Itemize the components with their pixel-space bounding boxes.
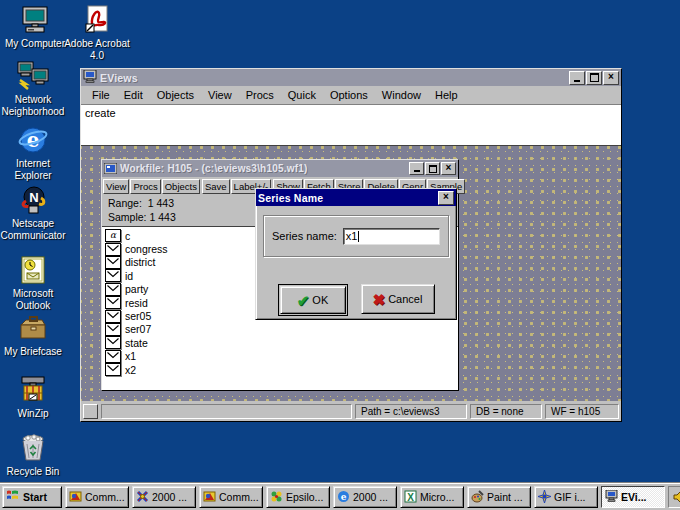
workfile-maximize-button[interactable] — [425, 162, 440, 175]
status-db: DB = none — [470, 404, 542, 419]
menu-objects[interactable]: Objects — [150, 88, 201, 102]
volume-icon[interactable] — [673, 490, 680, 504]
dialog-titlebar[interactable]: Series Name × — [256, 189, 456, 206]
toolbar-view-button[interactable]: View — [103, 179, 129, 194]
svg-text:N: N — [29, 190, 38, 205]
series-name-value: x1 — [346, 230, 358, 242]
series-icon — [105, 336, 121, 349]
menu-file[interactable]: File — [85, 88, 117, 102]
recycle-bin-icon — [17, 432, 49, 464]
ok-button-ring: ✔ OK — [278, 284, 348, 316]
maximize-button[interactable] — [586, 71, 602, 85]
taskbar-button-comm-1[interactable]: Comm... — [65, 486, 129, 508]
list-item[interactable]: x1 — [105, 350, 458, 363]
taskbar-button-label: EVi... — [621, 491, 647, 503]
toolbar-objects-button[interactable]: Objects — [162, 179, 200, 194]
series-icon — [105, 323, 121, 336]
menu-window[interactable]: Window — [375, 88, 428, 102]
command-window[interactable]: create — [81, 105, 621, 146]
close-button[interactable]: × — [603, 71, 619, 85]
sample-value: 1 443 — [149, 211, 175, 223]
minimize-button[interactable] — [569, 71, 585, 85]
cancel-button[interactable]: ✖ Cancel — [361, 284, 435, 314]
menu-view[interactable]: View — [201, 88, 239, 102]
start-button[interactable]: Start — [2, 486, 62, 508]
excel-app-icon: X — [404, 490, 417, 505]
windows-logo-icon — [6, 490, 20, 505]
desktop-icon-my-briefcase[interactable]: My Briefcase — [0, 312, 66, 358]
desktop-icon-label: My Briefcase — [4, 346, 62, 358]
series-icon — [105, 350, 121, 363]
series-icon — [105, 256, 121, 269]
ok-check-icon: ✔ — [297, 293, 310, 308]
object-name: resid — [125, 297, 148, 309]
status-grip-button[interactable] — [83, 404, 98, 419]
desktop-icon-label: Network Neighborhood — [0, 94, 66, 117]
menu-options[interactable]: Options — [323, 88, 375, 102]
toolbar-procs-button[interactable]: Procs — [130, 179, 160, 194]
desktop-icon-network-neighborhood[interactable]: Network Neighborhood — [0, 60, 66, 117]
ok-button[interactable]: ✔ OK — [280, 286, 346, 314]
series-icon — [105, 296, 121, 309]
taskbar-button-2000-2[interactable]: e 2000 ... — [333, 486, 397, 508]
taskbar-button-label: Paint ... — [487, 491, 523, 503]
coef-alpha-icon: α — [105, 229, 121, 242]
ie-app-icon: e — [337, 490, 350, 505]
taskbar-button-label: 2000 ... — [353, 491, 388, 503]
system-tray: 4:43 PM — [668, 486, 680, 508]
desktop-icon-internet-explorer[interactable]: e Internet Explorer — [0, 124, 66, 181]
desktop-icon-my-computer[interactable]: My Computer — [2, 4, 68, 50]
dialog-buttons: ✔ OK ✖ Cancel — [256, 284, 456, 316]
cancel-x-icon: ✖ — [373, 292, 386, 307]
object-name: party — [125, 283, 148, 295]
toolbar-save-button[interactable]: Save — [202, 179, 230, 194]
desktop-icon-recycle-bin[interactable]: Recycle Bin — [0, 432, 66, 478]
taskbar-button-gif[interactable]: GIF i... — [534, 486, 598, 508]
list-item[interactable]: state — [105, 336, 458, 349]
desktop-icon-adobe-acrobat[interactable]: Adobe Acrobat 4.0 — [64, 4, 130, 61]
taskbar-button-micro[interactable]: X Micro... — [400, 486, 464, 508]
workfile-minimize-button[interactable] — [409, 162, 424, 175]
microsoft-outlook-icon — [17, 254, 49, 286]
object-name: congress — [125, 243, 168, 255]
cancel-button-label: Cancel — [388, 293, 422, 305]
winzip-icon — [17, 374, 49, 406]
desktop-icon-netscape-communicator[interactable]: N Netscape Communicator — [0, 184, 66, 241]
object-name: state — [125, 337, 148, 349]
desktop-icon-microsoft-outlook[interactable]: Microsoft Outlook — [0, 254, 66, 311]
text-caret — [358, 231, 359, 242]
series-name-label: Series name: — [272, 230, 337, 242]
taskbar-button-paint[interactable]: Paint ... — [467, 486, 531, 508]
series-icon — [105, 269, 121, 282]
taskbar-button-eviews[interactable]: EVi... — [601, 486, 665, 508]
desktop-icon-winzip[interactable]: WinZip — [0, 374, 66, 420]
list-item[interactable]: x2 — [105, 363, 458, 376]
dialog-close-button[interactable]: × — [438, 191, 454, 205]
start-label: Start — [23, 491, 47, 503]
series-icon — [105, 243, 121, 256]
taskbar-button-2000-1[interactable]: 2000 ... — [132, 486, 196, 508]
my-briefcase-icon — [17, 312, 49, 344]
netscape-communicator-icon: N — [17, 184, 49, 216]
desktop-icon-label: My Computer — [5, 38, 65, 50]
workfile-close-button[interactable]: × — [441, 162, 456, 175]
taskbar-button-label: Micro... — [420, 491, 454, 503]
status-wf: WF = h105 — [545, 404, 619, 419]
menu-help[interactable]: Help — [428, 88, 465, 102]
series-name-group: Series name: x1 — [263, 215, 449, 257]
list-item[interactable]: ser07 — [105, 323, 458, 336]
taskbar-button-label: GIF i... — [554, 491, 586, 503]
eviews-titlebar[interactable]: EViews × — [81, 69, 621, 86]
taskbar-button-epsilon[interactable]: Epsilo... — [266, 486, 330, 508]
menu-procs[interactable]: Procs — [239, 88, 281, 102]
menu-edit[interactable]: Edit — [117, 88, 150, 102]
taskbar-button-comm-2[interactable]: Comm... — [199, 486, 263, 508]
workfile-titlebar[interactable]: Workfile: H105 - (c:\eviews3\h105.wf1) × — [102, 160, 458, 177]
paint-app-icon — [471, 490, 484, 505]
desktop-icon-label: Internet Explorer — [0, 158, 66, 181]
menu-quick[interactable]: Quick — [281, 88, 323, 102]
blue-cross-app-icon — [136, 490, 149, 505]
series-name-input[interactable]: x1 — [343, 228, 440, 245]
series-icon — [105, 363, 121, 376]
network-neighborhood-icon — [16, 60, 50, 92]
